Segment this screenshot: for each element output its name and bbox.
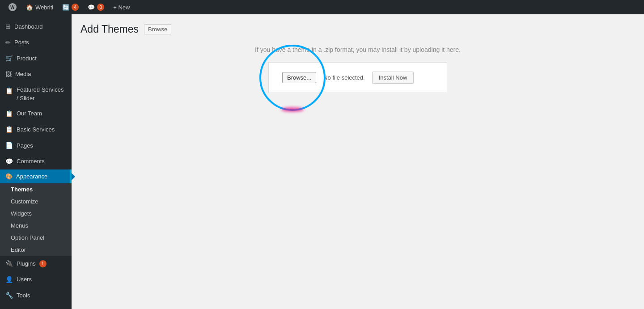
submenu-menus[interactable]: Menus <box>0 220 72 232</box>
updates-item[interactable]: 🔄 4 <box>58 0 83 14</box>
basic-services-icon: 📋 <box>5 125 13 134</box>
site-name: Webriti <box>35 4 53 11</box>
sidebar-item-comments[interactable]: 💬 Comments <box>0 154 72 170</box>
media-icon: 🖼 <box>5 70 12 79</box>
sidebar-item-dashboard[interactable]: ⊞ Dashboard <box>0 19 72 35</box>
wp-logo-item[interactable]: W <box>4 0 21 14</box>
sidebar-item-posts[interactable]: ✏ Posts <box>0 35 72 51</box>
appearance-submenu: Themes Customize Widgets Menus Option Pa… <box>0 183 72 256</box>
page-header: Add Themes Browse <box>80 23 635 35</box>
comments-nav-icon: 💬 <box>5 157 13 166</box>
sidebar-item-appearance[interactable]: 🎨 Appearance <box>0 169 72 183</box>
comments-badge: 0 <box>97 4 104 11</box>
sidebar-item-label: Media <box>15 70 31 78</box>
pink-arc <box>281 107 304 112</box>
product-icon: 🛒 <box>5 54 13 63</box>
new-item[interactable]: + New <box>109 0 134 14</box>
sidebar-item-our-team[interactable]: 📋 Our Team <box>0 106 72 122</box>
updates-icon: 🔄 <box>62 4 69 11</box>
sidebar-item-label: Product <box>17 55 37 63</box>
sidebar-item-label: Pages <box>17 142 33 150</box>
submenu-widgets[interactable]: Widgets <box>0 207 72 220</box>
tools-icon: 🔧 <box>5 291 13 300</box>
submenu-themes[interactable]: Themes <box>0 183 72 195</box>
sidebar-item-basic-services[interactable]: 📋 Basic Services <box>0 122 72 138</box>
sidebar-item-label: Our Team <box>17 110 42 118</box>
sidebar-item-users[interactable]: 👤 Users <box>0 272 72 288</box>
sidebar-item-label: Tools <box>17 292 30 300</box>
submenu-editor[interactable]: Editor <box>0 244 72 256</box>
page-title: Add Themes <box>80 23 139 35</box>
file-browse-button[interactable]: Browse... <box>282 72 316 83</box>
site-name-item[interactable]: 🏠 Webriti <box>21 0 58 14</box>
featured-services-icon: 📋 <box>5 87 13 96</box>
users-icon: 👤 <box>5 275 13 284</box>
wp-logo-icon: W <box>8 3 17 12</box>
pages-icon: 📄 <box>5 141 13 150</box>
our-team-icon: 📋 <box>5 110 13 119</box>
new-label: + New <box>113 4 130 11</box>
sidebar-item-product[interactable]: 🛒 Product <box>0 51 72 67</box>
browse-button[interactable]: Browse <box>144 24 171 34</box>
submenu-option-panel[interactable]: Option Panel <box>0 232 72 244</box>
sidebar-item-label: Dashboard <box>14 23 43 31</box>
upload-box-wrapper: Browse... No file selected. Install Now <box>80 62 635 93</box>
posts-icon: ✏ <box>5 38 11 47</box>
plugins-badge: 1 <box>39 260 47 267</box>
svg-text:W: W <box>10 5 15 10</box>
sidebar-item-label: Appearance <box>16 173 47 180</box>
sidebar-item-featured-services[interactable]: 📋 Featured Services / Slider <box>0 82 72 106</box>
upload-description: If you have a theme in a .zip format, yo… <box>80 46 635 53</box>
sidebar: ⊞ Dashboard ✏ Posts 🛒 Product 🖼 Media 📋 … <box>0 14 72 309</box>
main-content: Add Themes Browse If you have a theme in… <box>72 14 644 309</box>
sidebar-item-label: Basic Services <box>17 126 55 134</box>
submenu-customize[interactable]: Customize <box>0 195 72 207</box>
install-now-button[interactable]: Install Now <box>372 72 414 84</box>
plugins-icon: 🔌 <box>5 259 13 268</box>
home-icon: 🏠 <box>26 4 33 11</box>
sidebar-item-label: Plugins <box>17 260 36 268</box>
updates-badge: 4 <box>72 4 79 11</box>
sidebar-item-plugins[interactable]: 🔌 Plugins 1 <box>0 256 72 272</box>
comments-item[interactable]: 💬 0 <box>83 0 109 14</box>
arrow-indicator <box>72 173 75 180</box>
no-file-selected-text: No file selected. <box>323 74 365 81</box>
comments-icon: 💬 <box>88 4 95 11</box>
sidebar-item-label: Posts <box>14 38 29 47</box>
appearance-icon: 🎨 <box>5 173 13 180</box>
sidebar-item-label: Users <box>17 275 32 284</box>
sidebar-item-label: Comments <box>17 157 45 165</box>
upload-form-box: Browse... No file selected. Install Now <box>268 62 447 93</box>
sidebar-item-tools[interactable]: 🔧 Tools <box>0 288 72 304</box>
sidebar-item-label: Featured Services / Slider <box>17 86 66 102</box>
sidebar-item-media[interactable]: 🖼 Media <box>0 67 72 83</box>
sidebar-item-pages[interactable]: 📄 Pages <box>0 138 72 154</box>
dashboard-icon: ⊞ <box>5 22 11 31</box>
admin-bar: W 🏠 Webriti 🔄 4 💬 0 + New <box>0 0 644 14</box>
